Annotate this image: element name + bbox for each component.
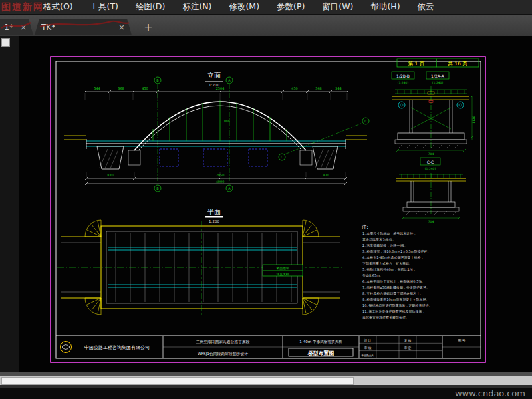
dim-label: 544 [335, 86, 342, 90]
svg-text:1120: 1120 [472, 116, 475, 124]
dim-label: 2950 [216, 173, 225, 177]
project-line2: WFSJ1合同段两阶段初步设计 [198, 351, 248, 356]
svg-text:C: C [281, 155, 283, 159]
bridge-deck [86, 139, 346, 149]
new-tab-button[interactable]: + [141, 21, 156, 33]
viewport-chip[interactable] [1, 38, 10, 47]
note-line: 矢高8.65m。 [362, 273, 383, 277]
dim-label: 450 [291, 86, 298, 90]
note-line: 8. 立柱及桥台基础均置于弱风化基岩上。 [362, 291, 423, 296]
menu-item-modify[interactable]: 修改(M) [220, 0, 268, 14]
field-lead: 专业负责人 [361, 354, 374, 357]
svg-text:详见大样: 详见大样 [275, 272, 289, 276]
menu-item-format[interactable]: 格式(O) [35, 0, 82, 14]
section-cut-markers: B B A A C C [154, 77, 369, 192]
page-number-box: 第 1 页 共 16 页 [397, 59, 479, 67]
field-review: 审 核 [364, 346, 372, 350]
section-cc: C-C (1:240) 704 [396, 158, 466, 223]
watermark-bottom-right: www.cndao.com [455, 388, 525, 399]
menu-item-tools[interactable]: 工具(T) [82, 0, 127, 14]
dim-label: 2504 [216, 86, 225, 90]
plan-note-box: 桥面铺装 详见大样 [263, 265, 303, 276]
company-logo-icon [61, 342, 72, 353]
note-line: 4. 本桥为1-40m中承式钢管混凝土拱桥， [362, 255, 424, 260]
section-bb-aa: 1/2B-B 1/2A-A (1:240) (1:240) [392, 72, 475, 156]
svg-text:(1:240): (1:240) [432, 81, 444, 84]
section-cc-title: C-C [427, 160, 434, 164]
svg-text:C: C [364, 119, 367, 123]
svg-text:B: B [156, 78, 159, 82]
note-line: 3. 桥面净宽：净10.0m＋2×0.5m防撞护栏。 [362, 249, 431, 254]
plan-title: 平面 [207, 208, 221, 215]
menu-item-draw[interactable]: 绘图(D) [127, 0, 174, 14]
menu-item-dimension[interactable]: 标注(N) [174, 0, 220, 14]
dim-label: 870 [323, 173, 329, 177]
note-line: 10. 钢结构均应进行防腐涂装，定期检查维护。 [362, 303, 432, 308]
drawing-canvas[interactable]: 第 1 页 共 16 页 立面 1:200 544 368 450 2504 4… [0, 36, 532, 372]
plan-scale: 1:200 [209, 219, 219, 223]
svg-text:704: 704 [428, 220, 434, 223]
svg-text:704: 704 [428, 152, 434, 156]
dim-label: 368 [118, 86, 124, 90]
file-tab-bar: 1* × TK* × + [0, 15, 532, 37]
close-icon[interactable]: × [20, 23, 27, 31]
menu-item-yiyun[interactable]: 依云 [409, 0, 443, 14]
page-total: 共 16 页 [448, 61, 467, 66]
rise-dim: 800 [224, 120, 230, 123]
note-line: 未尽事宜按现行有关规范执行。 [362, 315, 409, 320]
horizontal-scrollbar-thumb[interactable] [1, 377, 354, 385]
note-line: 11. 施工时注意保护既有管线及周边设施， [362, 309, 426, 314]
file-tab-drawing1[interactable]: 1* × [0, 19, 33, 35]
note-line: 其余均以厘米为单位。 [362, 237, 396, 242]
sheet-border [51, 57, 485, 362]
note-line: 9. 桥面铺装采用10cm沥青混凝土＋防水层。 [362, 297, 429, 302]
notes-header: 注: [362, 224, 368, 230]
note-line: 6. 本桥平面位于直线上，桥面纵坡0.5%。 [362, 279, 425, 284]
svg-text:B: B [156, 186, 159, 190]
dim-label: 450 [142, 86, 148, 90]
menu-item-parameters[interactable]: 参数(P) [268, 0, 313, 14]
drawing-title: 桥型布置图 [307, 350, 334, 356]
bridge-name: 1-40m 中承式钢管拱天桥 [299, 340, 342, 344]
note-line: 下部采用重力式桥台、扩大基础。 [362, 261, 412, 266]
status-bar: www.cndao.com [0, 388, 532, 399]
project-line1: 兰州至海口国家高速公路甘肃段 [196, 339, 249, 344]
note-line: 1. 本图尺寸除标高、桩号以米计外， [362, 231, 416, 236]
menu-item-help[interactable]: 帮助(H) [362, 0, 408, 14]
dim-label: 544 [94, 86, 100, 90]
close-icon[interactable]: × [118, 23, 125, 31]
company-name: 中国公路工程咨询集团有限公司 [84, 345, 150, 350]
file-tab-tk-label: TK* [41, 23, 55, 32]
menu-item-window[interactable]: 窗口(W) [313, 0, 362, 14]
plan-view: 平面 1:200 [57, 208, 344, 315]
approach-ground [64, 136, 367, 140]
field-approve: 审 定 [404, 346, 412, 350]
section-aa-title: 1/2A-A [431, 74, 445, 78]
file-tab-tk[interactable]: TK* × [35, 19, 132, 35]
svg-text:桥面铺装: 桥面铺装 [275, 266, 289, 271]
note-line: 2. 汽车荷载等级：公路—Ⅰ级。 [362, 243, 408, 248]
note-line: 7. 吊杆采用φ50精轧螺纹钢，外设防护套管。 [362, 285, 430, 290]
elevation-view: 立面 1:200 544 368 450 2504 450 368 544 [64, 72, 369, 192]
file-tab-drawing1-label: 1* [4, 23, 13, 32]
title-block: 中国公路工程咨询集团有限公司 兰州至海口国家高速公路甘肃段 WFSJ1合同段两阶… [56, 336, 481, 358]
note-line: 5. 拱肋计算跨径40m，矢跨比1/4， [362, 267, 416, 272]
field-check: 复 核 [404, 339, 412, 343]
field-design: 设 计 [364, 338, 372, 342]
field-dwg-no: 图 号 [458, 339, 465, 342]
menu-bar: 格式(O) 工具(T) 绘图(D) 标注(N) 修改(M) 参数(P) 窗口(W… [0, 0, 532, 15]
section-bb-title: 1/2B-B [396, 74, 410, 78]
svg-text:(1:240): (1:240) [425, 167, 436, 170]
dim-label: 368 [315, 86, 322, 90]
elevation-title: 立面 [207, 72, 221, 79]
bridge-drawing: 第 1 页 共 16 页 立面 1:200 544 368 450 2504 4… [0, 36, 532, 372]
cad-window: 格式(O) 工具(T) 绘图(D) 标注(N) 修改(M) 参数(P) 窗口(W… [0, 0, 532, 399]
dim-label: 870 [107, 173, 114, 177]
notes-block: 注: 1. 本图尺寸除标高、桩号以米计外， 其余均以厘米为单位。 2. 汽车荷载… [362, 224, 432, 320]
horizontal-scrollbar[interactable] [0, 376, 532, 385]
svg-text:(1:240): (1:240) [398, 81, 409, 84]
page-number: 第 1 页 [408, 61, 425, 66]
svg-text:A: A [228, 186, 231, 190]
overall-dim: 4000 [216, 180, 225, 184]
svg-text:A: A [228, 78, 231, 82]
